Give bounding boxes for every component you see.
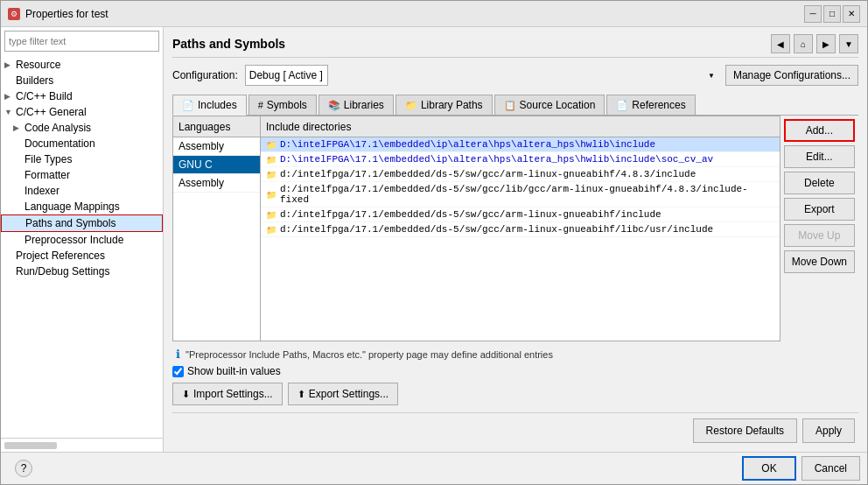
expand-arrow: ▼ — [4, 108, 13, 116]
manage-configs-button[interactable]: Manage Configurations... — [725, 65, 858, 86]
sidebar-item-label: Resource — [16, 59, 60, 71]
tree: ▶ Resource Builders ▶ C/C++ Build ▼ C/C+… — [1, 55, 163, 438]
footer-right: OK Cancel — [742, 456, 860, 481]
sidebar-item-file-types[interactable]: File Types — [1, 151, 163, 167]
import-label: Import Settings... — [193, 388, 273, 400]
maximize-button[interactable]: □ — [823, 5, 841, 23]
sidebar: ▶ Resource Builders ▶ C/C++ Build ▼ C/C+… — [1, 27, 164, 452]
dir-item-1[interactable]: 📁 D:\intelFPGA\17.1\embedded\ip\altera\h… — [261, 152, 780, 167]
nav-home-button[interactable]: ⌂ — [794, 34, 813, 53]
dir-list: 📁 D:\intelFPGA\17.1\embedded\ip\altera\h… — [261, 137, 780, 341]
lang-item-assembly-1[interactable]: Assembly — [173, 137, 260, 156]
tab-references[interactable]: 📄 References — [606, 95, 695, 115]
tab-includes-label: Includes — [198, 99, 237, 111]
dir-item-5[interactable]: 📁 d:/intelfpga/17.1/embedded/ds-5/sw/gcc… — [261, 222, 780, 237]
references-tab-icon: 📄 — [616, 100, 628, 111]
tab-includes[interactable]: 📄 Includes — [172, 95, 247, 116]
sidebar-item-formatter[interactable]: Formatter — [1, 167, 163, 183]
sidebar-item-indexer[interactable]: Indexer — [1, 183, 163, 199]
restore-defaults-button[interactable]: Restore Defaults — [693, 418, 797, 443]
show-builtin-checkbox[interactable] — [172, 366, 184, 377]
tab-source-location[interactable]: 📋 Source Location — [494, 95, 606, 115]
lang-item-assembly-2[interactable]: Assembly — [173, 174, 260, 193]
dir-item-3[interactable]: 📁 d:/intelfpga/17.1/embedded/ds-5/sw/gcc… — [261, 182, 780, 207]
filter-input[interactable] — [9, 36, 155, 46]
sidebar-item-paths-and-symbols[interactable]: Paths and Symbols — [1, 214, 163, 232]
edit-button[interactable]: Edit... — [784, 145, 855, 168]
sidebar-item-label: Formatter — [24, 169, 70, 181]
export-label: Export Settings... — [309, 388, 388, 400]
dir-path-4: d:/intelfpga/17.1/embedded/ds-5/sw/gcc/a… — [280, 209, 662, 220]
sidebar-item-code-analysis[interactable]: ▶ Code Analysis — [1, 120, 163, 136]
tabs: 📄 Includes # Symbols 📚 Libraries 📁 Libra… — [172, 95, 858, 116]
sidebar-item-run-debug[interactable]: Run/Debug Settings — [1, 264, 163, 279]
sidebar-item-label: File Types — [24, 153, 72, 165]
folder-icon-4: 📁 — [266, 210, 276, 220]
app-icon: ⚙ — [8, 8, 20, 20]
sidebar-item-preprocessor[interactable]: Preprocessor Include — [1, 232, 163, 248]
tab-source-location-label: Source Location — [520, 99, 596, 111]
nav-back-button[interactable]: ◀ — [771, 34, 790, 53]
sidebar-item-language-mappings[interactable]: Language Mappings — [1, 199, 163, 214]
import-settings-button[interactable]: ⬇ Import Settings... — [172, 383, 283, 405]
title-bar-left: ⚙ Properties for test — [8, 8, 108, 20]
includes-tab-icon: 📄 — [182, 100, 194, 111]
nav-forward-button[interactable]: ▶ — [816, 34, 836, 53]
libraries-tab-icon: 📚 — [328, 100, 340, 111]
sidebar-item-builders[interactable]: Builders — [1, 73, 163, 88]
dir-item-0[interactable]: 📁 D:\intelFPGA\17.1\embedded\ip\altera\h… — [261, 137, 780, 152]
config-row: Configuration: Debug [ Active ] Manage C… — [172, 65, 858, 86]
info-text: "Preprocessor Include Paths, Macros etc.… — [186, 349, 553, 360]
help-button[interactable]: ? — [15, 460, 32, 477]
content-area: ▶ Resource Builders ▶ C/C++ Build ▼ C/C+… — [1, 27, 867, 452]
apply-button[interactable]: Apply — [802, 418, 855, 443]
minimize-button[interactable]: ─ — [804, 5, 822, 23]
sidebar-item-project-references[interactable]: Project References — [1, 248, 163, 264]
dir-item-2[interactable]: 📁 d:/intelfpga/17.1/embedded/ds-5/sw/gcc… — [261, 167, 780, 182]
info-icon: ℹ — [176, 348, 180, 361]
filter-box[interactable] — [4, 31, 159, 52]
close-button[interactable]: ✕ — [843, 5, 860, 23]
sidebar-item-label: C/C++ Build — [16, 90, 73, 102]
dir-path-0: D:\intelFPGA\17.1\embedded\ip\altera\hps… — [280, 139, 655, 150]
tab-symbols[interactable]: # Symbols — [248, 95, 317, 115]
export-settings-button[interactable]: ⬆ Export Settings... — [288, 383, 398, 405]
sidebar-item-documentation[interactable]: Documentation — [1, 136, 163, 151]
dir-path-2: d:/intelfpga/17.1/embedded/ds-5/sw/gcc/a… — [280, 169, 696, 179]
show-builtin-row: Show built-in values — [172, 365, 858, 377]
right-panel: Paths and Symbols ◀ ⌂ ▶ ▼ Configuration:… — [164, 27, 867, 452]
sidebar-item-cpp-build[interactable]: ▶ C/C++ Build — [1, 88, 163, 104]
sidebar-item-label: Project References — [16, 250, 105, 262]
lang-item-gnu-c[interactable]: GNU C — [173, 156, 260, 174]
folder-icon-1: 📁 — [266, 155, 276, 165]
sidebar-bottom — [1, 438, 163, 452]
sidebar-item-label: Builders — [16, 74, 53, 87]
properties-dialog: ⚙ Properties for test ─ □ ✕ ▶ Resource — [0, 0, 868, 485]
delete-button[interactable]: Delete — [784, 172, 855, 194]
tab-library-paths[interactable]: 📁 Library Paths — [396, 95, 493, 115]
library-paths-tab-icon: 📁 — [405, 100, 417, 111]
move-up-button[interactable]: Move Up — [784, 224, 855, 247]
ok-button[interactable]: OK — [742, 456, 795, 481]
move-down-button[interactable]: Move Down — [784, 250, 855, 273]
add-button[interactable]: Add... — [784, 119, 855, 142]
import-icon: ⬇ — [182, 389, 190, 400]
sidebar-item-label: Run/Debug Settings — [16, 265, 109, 278]
import-export-row: ⬇ Import Settings... ⬆ Export Settings..… — [172, 383, 858, 405]
tab-symbols-label: Symbols — [267, 99, 307, 111]
sidebar-item-label: C/C++ General — [16, 106, 87, 118]
cancel-button[interactable]: Cancel — [802, 456, 860, 481]
config-select[interactable]: Debug [ Active ] — [245, 65, 328, 86]
tab-references-label: References — [632, 99, 685, 111]
dirs-header: Include directories — [261, 116, 780, 137]
dir-item-4[interactable]: 📁 d:/intelfpga/17.1/embedded/ds-5/sw/gcc… — [261, 207, 780, 222]
panel-title-text: Paths and Symbols — [172, 37, 285, 51]
sidebar-scrollbar[interactable] — [4, 442, 57, 449]
tab-libraries[interactable]: 📚 Libraries — [318, 95, 394, 115]
sidebar-item-cpp-general[interactable]: ▼ C/C++ General — [1, 104, 163, 120]
export-button[interactable]: Export — [784, 198, 855, 221]
nav-menu-button[interactable]: ▼ — [839, 34, 858, 53]
side-buttons: Add... Edit... Delete Export Move Up Mov… — [780, 116, 858, 341]
folder-icon-2: 📁 — [266, 170, 276, 179]
sidebar-item-resource[interactable]: ▶ Resource — [1, 57, 163, 73]
